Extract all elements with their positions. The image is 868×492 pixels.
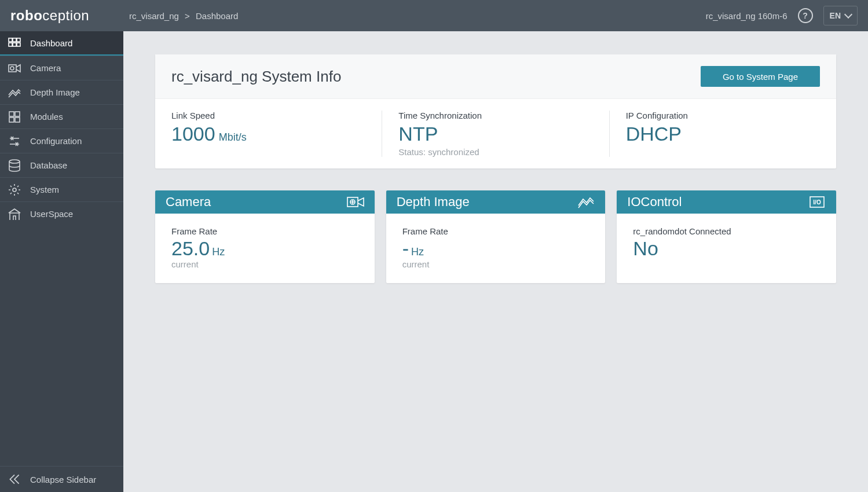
sysinfo-label: Link Speed: [171, 111, 365, 120]
card-sub: current: [402, 259, 589, 269]
svg-rect-3: [9, 43, 12, 46]
depth-image-icon: [7, 85, 22, 100]
sysinfo-value: DHCP: [626, 124, 820, 144]
card-sub: current: [171, 259, 358, 269]
card-camera[interactable]: Camera Frame Rate 25.0Hz current: [155, 190, 375, 283]
sidebar-item-database[interactable]: Database: [0, 153, 123, 177]
camera-icon: [347, 195, 364, 209]
card-iocontrol[interactable]: IOControl I/O rc_randomdot Connected No: [617, 190, 836, 283]
sysinfo-sub: Status: synchronized: [398, 147, 592, 157]
logo-suffix: ception: [42, 8, 89, 24]
svg-rect-10: [9, 118, 14, 122]
breadcrumb-root[interactable]: rc_visard_ng: [129, 11, 179, 21]
card-value: -Hz: [402, 238, 589, 258]
go-to-system-button[interactable]: Go to System Page: [701, 66, 820, 87]
sysinfo-label: Time Synchronization: [398, 111, 592, 120]
question-icon: ?: [803, 11, 808, 20]
svg-point-13: [13, 188, 16, 192]
language-select[interactable]: EN: [823, 6, 858, 25]
chevron-down-icon: [844, 10, 852, 19]
database-icon: [7, 158, 22, 173]
sysinfo-value: NTP: [398, 124, 592, 144]
svg-rect-0: [9, 38, 12, 42]
sidebar-item-label: Configuration: [30, 136, 82, 146]
svg-rect-8: [9, 112, 14, 116]
card-label: rc_randomdot Connected: [633, 226, 820, 236]
topbar: roboception rc_visard_ng > Dashboard rc_…: [0, 0, 868, 31]
svg-rect-5: [17, 43, 20, 46]
sysinfo-col-ip-config: IP Configuration DHCP: [609, 111, 836, 157]
svg-text:I/O: I/O: [813, 199, 821, 205]
sidebar-item-label: Database: [30, 160, 67, 170]
sysinfo-value: 1000Mbit/s: [171, 124, 365, 144]
breadcrumb: rc_visard_ng > Dashboard: [129, 11, 238, 21]
logo[interactable]: roboception: [0, 0, 123, 31]
userspace-icon: [7, 207, 22, 222]
breadcrumb-sep: >: [185, 11, 190, 21]
card-value: 25.0Hz: [171, 238, 358, 258]
collapse-sidebar-button[interactable]: Collapse Sidebar: [0, 467, 123, 492]
sidebar-item-dashboard[interactable]: Dashboard: [0, 31, 123, 56]
help-button[interactable]: ?: [798, 8, 813, 23]
main-content: rc_visard_ng System Info Go to System Pa…: [123, 31, 868, 492]
system-info-card: rc_visard_ng System Info Go to System Pa…: [155, 54, 836, 168]
breadcrumb-page: Dashboard: [196, 11, 238, 21]
card-value: No: [633, 238, 820, 258]
svg-rect-1: [13, 38, 16, 42]
sidebar-item-system[interactable]: System: [0, 177, 123, 201]
sidebar-item-label: System: [30, 185, 59, 194]
language-label: EN: [830, 11, 841, 20]
sidebar-item-depth-image[interactable]: Depth Image: [0, 80, 123, 104]
sidebar-item-label: Modules: [30, 112, 63, 122]
card-title: Depth Image: [397, 194, 470, 210]
sidebar-item-modules[interactable]: Modules: [0, 104, 123, 128]
configuration-icon: [7, 134, 22, 149]
collapse-icon: [7, 472, 22, 487]
gear-icon: [7, 182, 22, 197]
collapse-label: Collapse Sidebar: [30, 475, 96, 484]
sidebar-item-label: UserSpace: [30, 209, 73, 219]
system-info-title: rc_visard_ng System Info: [171, 68, 341, 86]
sysinfo-col-link-speed: Link Speed 1000Mbit/s: [155, 111, 382, 157]
svg-rect-2: [17, 38, 20, 42]
svg-rect-4: [13, 43, 16, 46]
svg-point-7: [10, 67, 14, 70]
card-label: Frame Rate: [402, 226, 589, 236]
card-label: Frame Rate: [171, 226, 358, 236]
card-depth-image[interactable]: Depth Image Frame Rate -Hz current: [386, 190, 606, 283]
sidebar-item-userspace[interactable]: UserSpace: [0, 201, 123, 226]
svg-rect-9: [15, 112, 20, 116]
sidebar: Dashboard Camera Depth Image Modules Con: [0, 31, 123, 492]
svg-rect-11: [15, 118, 20, 122]
sidebar-item-label: Depth Image: [30, 87, 80, 97]
card-title: Camera: [166, 194, 211, 210]
svg-point-12: [9, 160, 20, 163]
camera-icon: [7, 61, 22, 76]
logo-prefix: robo: [10, 8, 42, 24]
sidebar-item-camera[interactable]: Camera: [0, 56, 123, 80]
iocontrol-icon: I/O: [808, 195, 826, 209]
sysinfo-col-time-sync: Time Synchronization NTP Status: synchro…: [382, 111, 609, 157]
dashboard-icon: [7, 35, 22, 50]
modules-icon: [7, 109, 22, 124]
sidebar-item-label: Dashboard: [30, 38, 72, 48]
sysinfo-label: IP Configuration: [626, 111, 820, 120]
sidebar-item-label: Camera: [30, 63, 61, 73]
device-name: rc_visard_ng 160m-6: [706, 11, 788, 21]
card-title: IOControl: [627, 194, 682, 210]
system-info-header: rc_visard_ng System Info Go to System Pa…: [155, 54, 836, 99]
sidebar-item-configuration[interactable]: Configuration: [0, 128, 123, 153]
depth-image-icon: [577, 195, 595, 209]
svg-rect-6: [9, 65, 16, 72]
